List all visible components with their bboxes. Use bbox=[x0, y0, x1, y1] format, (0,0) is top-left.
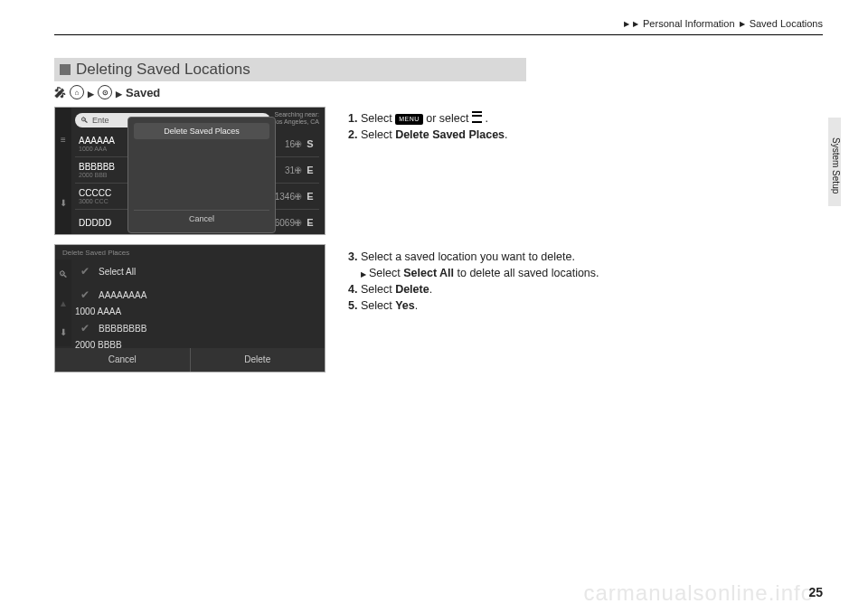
side-tab: System Setup bbox=[828, 118, 841, 206]
square-icon bbox=[60, 64, 71, 75]
screenshot-delete-saved-places: Delete Saved Places 🔍︎ ▲ ⬇ ✔ Select All … bbox=[54, 244, 326, 373]
list-item: ✔ BBBBBBBB bbox=[75, 316, 319, 340]
popup-cancel: Cancel bbox=[134, 210, 269, 227]
breadcrumb-p2: Saved Locations bbox=[750, 18, 823, 29]
popup-delete-saved-places: Delete Saved Places bbox=[134, 123, 269, 139]
check-icon: ✔ bbox=[79, 288, 91, 301]
list-item: ✔ AAAAAAAA bbox=[75, 283, 319, 306]
section-title: Deleting Saved Locations bbox=[54, 58, 526, 81]
breadcrumb-p1: Personal Information bbox=[643, 18, 735, 29]
down-arrow-icon: ⬇ bbox=[60, 198, 67, 208]
nav-trail: 🎤︎ ⌂ ⊙ Saved bbox=[54, 85, 823, 99]
delete-button: Delete bbox=[191, 348, 326, 372]
section-title-text: Deleting Saved Locations bbox=[76, 61, 250, 79]
near-label: Searching near: bbox=[272, 111, 319, 118]
cancel-button: Cancel bbox=[55, 348, 191, 372]
menu-button-icon: MENU bbox=[395, 114, 423, 125]
screenshot-saved-places-menu: ≡ ⬇ 🔍︎ Ente Searching near: Los Angeles,… bbox=[54, 107, 326, 235]
search-icon: 🔍︎ bbox=[59, 269, 68, 279]
nav-trail-saved: Saved bbox=[126, 86, 160, 99]
screen-title: Delete Saved Places bbox=[55, 245, 325, 260]
home-icon: ⌂ bbox=[70, 85, 84, 99]
down-arrow-icon: ⬇ bbox=[60, 327, 67, 337]
near-city: Los Angeles, CA bbox=[272, 118, 319, 126]
menu-icon: ≡ bbox=[61, 135, 66, 145]
select-all-row: ✔ Select All bbox=[75, 259, 319, 283]
mic-icon: 🎤︎ bbox=[54, 86, 66, 99]
breadcrumb: Personal Information Saved Locations bbox=[54, 18, 823, 35]
hamburger-icon bbox=[472, 111, 482, 123]
search-placeholder: Ente bbox=[92, 116, 109, 125]
nav-icon: ⊙ bbox=[98, 85, 112, 99]
page-number: 25 bbox=[808, 585, 823, 599]
watermark: carmanualsonline.info bbox=[584, 580, 814, 606]
instructions-block-1: 1. Select MENU or select . 2. Select Del… bbox=[348, 110, 823, 232]
check-icon: ✔ bbox=[79, 322, 91, 335]
chevron-right-icon bbox=[88, 86, 94, 99]
popup-menu: Delete Saved Places Cancel bbox=[127, 117, 276, 233]
check-icon: ✔ bbox=[79, 265, 91, 278]
search-icon: 🔍︎ bbox=[80, 116, 89, 125]
chevron-right-icon bbox=[116, 86, 122, 99]
up-arrow-icon: ▲ bbox=[59, 298, 68, 308]
instructions-block-2: 3. Select a saved location you want to d… bbox=[348, 249, 823, 371]
